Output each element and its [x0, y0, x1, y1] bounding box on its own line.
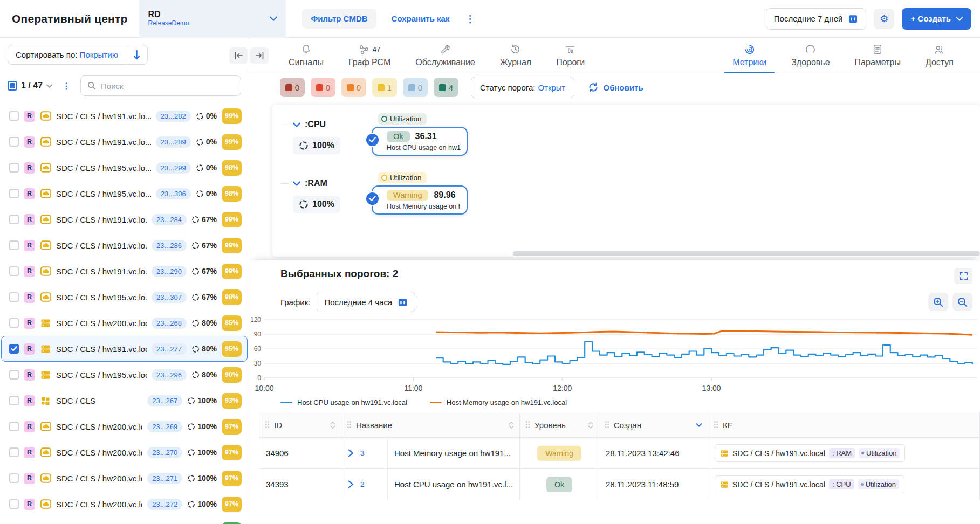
select-all-pager[interactable]: 1 / 47 — [8, 81, 52, 91]
collapse-sidebar-button[interactable] — [229, 47, 248, 64]
severity-filter-chip[interactable]: 0 — [311, 78, 335, 97]
row-checkbox[interactable] — [9, 499, 19, 509]
tab-доступ[interactable]: Доступ — [913, 38, 966, 73]
ke-chip[interactable]: SDC / CLS / hw191.vc.local : RAM Utiliza… — [715, 444, 905, 462]
fullscreen-button[interactable] — [954, 268, 972, 284]
list-item[interactable]: RSDC / CLS / hw200.vc.lo...23...271100%9… — [1, 465, 248, 491]
drag-handle-icon[interactable] — [605, 420, 609, 429]
column-header-создан[interactable]: Создан — [599, 412, 708, 437]
search-box[interactable] — [80, 75, 241, 96]
list-item[interactable]: RSDC / CLS / hw200.vc.local23...26880%85… — [1, 310, 248, 336]
expand-row-icon[interactable] — [348, 480, 354, 488]
list-item[interactable]: RSDC / CLS / hw195.vc.lo...23...3060%98% — [1, 181, 248, 206]
list-item[interactable]: RSDC / CLS / hw191.vc.lo...23...29067%99… — [1, 258, 248, 284]
row-checkbox[interactable] — [9, 163, 19, 173]
horizontal-scrollbar[interactable] — [272, 251, 980, 257]
metric-group-toggle[interactable]: :CPU — [281, 120, 372, 129]
scrollbar-thumb[interactable] — [513, 251, 980, 256]
create-button[interactable]: + Создать — [902, 8, 971, 30]
drag-handle-icon[interactable] — [347, 420, 352, 429]
row-checkbox[interactable] — [9, 240, 19, 250]
list-item[interactable]: RSDC / CLS / hw195.vc.lo...23...297100%1… — [1, 517, 248, 524]
row-checkbox[interactable] — [9, 370, 19, 380]
sort-direction-button[interactable] — [126, 45, 147, 64]
list-item[interactable]: RSDC / CLS / hw191.vc.lo...23...28467%99… — [1, 206, 248, 232]
column-header-ке[interactable]: КЕ — [708, 412, 979, 437]
perimeter-select[interactable]: RD ReleaseDemo — [139, 0, 286, 38]
list-item[interactable]: RSDC / CLS / hw195.vc.lo...23...2990%98% — [1, 155, 248, 181]
metric-card-cpu[interactable]: Ok 36.31 Host CPU usage on hw191.v... — [372, 127, 468, 156]
row-checkbox[interactable] — [9, 111, 19, 121]
zoom-in-button[interactable] — [928, 293, 948, 311]
row-checkbox[interactable] — [9, 292, 19, 302]
row-checkbox[interactable] — [9, 215, 19, 224]
severity-filter-chip[interactable]: 0 — [280, 78, 305, 97]
column-header-уровень[interactable]: Уровень — [520, 412, 599, 437]
tab-журнал[interactable]: Журнал — [488, 38, 544, 73]
list-item[interactable]: RSDC / CLS / hw191.vc.lo...23...2890%99% — [1, 129, 248, 155]
list-item[interactable]: RSDC / CLS / hw191.vc.local23...27780%95… — [1, 336, 248, 362]
metric-card-ram[interactable]: Warning 89.96 Host Memory usage on hw1..… — [372, 185, 468, 215]
date-range-selector[interactable]: Последние 7 дней — [766, 8, 867, 30]
tab-обслуживание[interactable]: Обслуживание — [403, 38, 487, 73]
list-item[interactable]: RSDC / CLS / hw200.vc.lo...23...269100%9… — [1, 413, 248, 439]
search-input[interactable] — [101, 81, 234, 91]
row-checkbox[interactable] — [9, 473, 19, 483]
tab-пороги[interactable]: Пороги — [544, 38, 597, 73]
severity-filter-chip[interactable]: 1 — [372, 78, 397, 97]
row-checkbox[interactable] — [9, 266, 19, 276]
drag-handle-icon[interactable] — [265, 420, 270, 429]
list-item[interactable]: RSDC / CLS / hw191.vc.lo...23...28667%99… — [1, 232, 248, 258]
list-item[interactable]: RSDC / CLS / hw200.vc.lo...23...270100%9… — [1, 439, 248, 465]
list-item[interactable]: RSDC / CLS / hw191.vc.lo...23...2820%99% — [1, 103, 248, 129]
row-checkbox[interactable] — [9, 189, 19, 198]
list-more-menu-icon[interactable]: ⋮ — [58, 81, 75, 91]
drag-handle-icon[interactable] — [525, 420, 530, 429]
table-row[interactable]: 34906 3 Host Memory usage on hw191... Wa… — [259, 437, 979, 468]
list-item[interactable]: RSDC / CLS / hw195.vc.lo...23...30767%98… — [1, 284, 248, 310]
ci-name: SDC / CLS / hw200.vc.lo... — [56, 474, 142, 483]
refresh-button[interactable]: Обновить — [588, 82, 643, 93]
column-header-название[interactable]: Название — [341, 412, 520, 437]
ke-chip[interactable]: SDC / CLS / hw191.vc.local : CPU Utiliza… — [715, 475, 904, 493]
list-item[interactable]: RSDC / CLS23...267100%93% — [1, 388, 248, 413]
legend-item[interactable]: Host CPU usage on hw191.vc.local — [280, 398, 407, 406]
sort-icon[interactable] — [588, 422, 593, 429]
sort-desc-icon[interactable] — [696, 423, 702, 427]
threshold-status-filter[interactable]: Статус порога: Открыт — [471, 77, 574, 98]
metric-group-toggle[interactable]: :RAM — [281, 178, 372, 188]
row-checkbox[interactable] — [9, 396, 19, 405]
chart-range-selector[interactable]: Последние 4 часа — [317, 292, 415, 312]
row-checkbox[interactable] — [9, 318, 19, 328]
thresholds-chart[interactable]: 030609012010:0011:0012:0013:00 — [249, 315, 980, 395]
sort-icon[interactable] — [509, 422, 514, 429]
sort-by-button[interactable]: Сортировать по: Покрытию — [8, 45, 126, 64]
select-all-checkbox[interactable] — [8, 81, 17, 91]
list-item[interactable]: RSDC / CLS / hw200.vc.lo...23...272100%9… — [1, 491, 248, 517]
zoom-out-button[interactable] — [952, 293, 972, 311]
tab-граф-рсм[interactable]: 47Граф РСМ — [336, 38, 403, 73]
filter-cmdb-button[interactable]: Фильтр CMDB — [302, 9, 376, 29]
settings-button[interactable]: ⚙ — [874, 9, 894, 29]
severity-filter-chip[interactable]: 0 — [403, 78, 428, 97]
tab-параметры[interactable]: Параметры — [842, 38, 913, 73]
row-checkbox[interactable] — [9, 344, 19, 354]
expand-sidebar-button[interactable] — [250, 47, 269, 64]
column-header-id[interactable]: ID — [259, 412, 341, 437]
list-item[interactable]: RSDC / CLS / hw195.vc.local23...29680%90… — [1, 362, 248, 388]
tab-метрики[interactable]: Метрики — [720, 38, 779, 73]
table-row[interactable]: 34393 2 Host CPU usage on hw191.vc.l... … — [259, 468, 979, 500]
expand-row-icon[interactable] — [348, 449, 354, 457]
severity-filter-chip[interactable]: 4 — [434, 78, 458, 97]
drag-handle-icon[interactable] — [714, 420, 718, 429]
more-menu-icon[interactable]: ⋮ — [464, 13, 475, 25]
row-checkbox[interactable] — [9, 447, 19, 457]
save-as-button[interactable]: Сохранить как — [392, 14, 450, 23]
legend-item[interactable]: Host Memory usage on hw191.vc.local — [430, 398, 567, 406]
sort-icon[interactable] — [330, 422, 335, 429]
tab-здоровье[interactable]: Здоровье — [779, 38, 842, 73]
severity-filter-chip[interactable]: 0 — [341, 78, 366, 97]
row-checkbox[interactable] — [9, 137, 19, 147]
tab-сигналы[interactable]: Сигналы — [276, 38, 336, 73]
row-checkbox[interactable] — [9, 422, 19, 431]
